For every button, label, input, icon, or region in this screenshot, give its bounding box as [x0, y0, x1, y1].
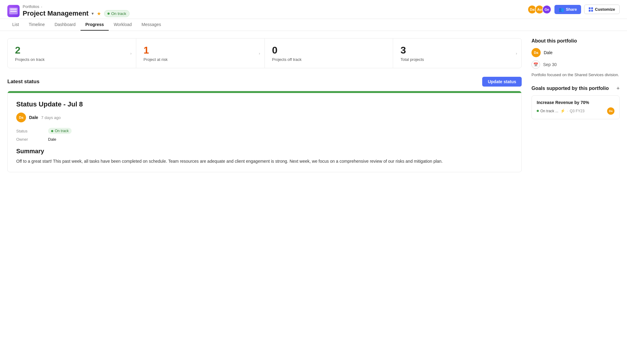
favorite-star-icon[interactable]: ★ [97, 11, 101, 17]
share-button[interactable]: 👥 Share [554, 5, 581, 14]
goal-owner-avatar: Da [607, 107, 614, 115]
add-goal-button[interactable]: + [616, 85, 620, 92]
stat-label-off-track: Projects off track [272, 57, 386, 62]
header-right: Da Au Ge 👥 Share Customize [528, 5, 620, 14]
status-badge-dot-icon [51, 130, 53, 132]
stat-number-at-risk: 1 [144, 45, 257, 56]
goal-status-dot-icon [537, 110, 539, 112]
breadcrumb: Portfolios › [23, 4, 42, 9]
avatar-ge[interactable]: Ge [542, 5, 551, 14]
stat-on-track[interactable]: 2 Projects on track › [8, 39, 136, 68]
collaborator-avatars: Da Au Ge [528, 5, 551, 14]
stat-number-on-track: 2 [15, 45, 129, 56]
tab-messages[interactable]: Messages [137, 19, 166, 31]
status-author-avatar: Da [16, 113, 26, 122]
calendar-icon: 📅 [531, 60, 540, 69]
title-chevron-icon[interactable]: ▾ [92, 11, 94, 16]
summary-text: Off to a great start! This past week, al… [16, 158, 513, 165]
goal-status: On track ... [537, 109, 558, 113]
portfolio-folder-icon [7, 5, 20, 17]
status-author-name: Dale [29, 115, 38, 120]
stat-number-total: 3 [400, 45, 514, 56]
about-portfolio-title: About this portfolio [531, 38, 620, 44]
page-title: Project Management [23, 9, 88, 17]
status-field-label: Status [16, 129, 41, 133]
goal-meta: On track ... ⚡ · Q3 FY23 Da [537, 107, 614, 115]
tab-timeline[interactable]: Timeline [24, 19, 50, 31]
latest-status-title: Latest status [7, 79, 39, 85]
status-card-body: Status Update - Jul 8 Da Dale 7 days ago… [8, 93, 521, 172]
status-badge: On track [104, 10, 130, 17]
tab-dashboard[interactable]: Dashboard [50, 19, 81, 31]
stat-label-total: Total projects [400, 57, 514, 62]
latest-status-header: Latest status Update status [7, 77, 522, 87]
breadcrumb-arrow: › [41, 5, 42, 9]
stat-at-risk[interactable]: 1 Project at risk › [136, 39, 265, 68]
main-left: 2 Projects on track › 1 Project at risk … [7, 38, 522, 172]
stat-number-off-track: 0 [272, 45, 386, 56]
nav-tabs: List Timeline Dashboard Progress Workloa… [0, 19, 627, 31]
tab-workload[interactable]: Workload [109, 19, 137, 31]
stats-row: 2 Projects on track › 1 Project at risk … [7, 38, 522, 68]
about-date: Sep 30 [543, 62, 557, 67]
sidebar-right: About this portfolio Da Dale 📅 Sep 30 Po… [522, 38, 620, 172]
about-owner-avatar: Da [531, 48, 541, 57]
folder-inner [9, 8, 18, 14]
goal-status-row: On track ... ⚡ · Q3 FY23 [537, 109, 584, 113]
status-update-title: Status Update - Jul 8 [16, 100, 513, 108]
stat-label-on-track: Projects on track [15, 57, 129, 62]
tab-progress[interactable]: Progress [81, 19, 109, 31]
stat-arrow-on-track-icon: › [130, 51, 131, 56]
main-content: 2 Projects on track › 1 Project at risk … [0, 31, 627, 172]
customize-grid-icon [589, 7, 593, 12]
title-row: Portfolios › Project Management ▾ ★ On t… [7, 4, 130, 17]
update-status-button[interactable]: Update status [482, 77, 522, 87]
stat-total[interactable]: 3 Total projects › [393, 39, 521, 68]
customize-button[interactable]: Customize [584, 5, 620, 14]
stat-label-at-risk: Project at risk [144, 57, 257, 62]
header-left: Portfolios › Project Management ▾ ★ On t… [7, 4, 130, 19]
status-card: Status Update - Jul 8 Da Dale 7 days ago… [7, 91, 522, 172]
status-field-value-badge: On track [48, 128, 72, 134]
owner-field-label: Owner [16, 137, 41, 142]
about-date-row: 📅 Sep 30 [531, 60, 620, 69]
goal-lightning-icon: ⚡ [560, 109, 565, 113]
owner-field-value: Dale [48, 137, 56, 142]
stat-arrow-total-icon: › [516, 51, 517, 56]
status-meta: Da Dale 7 days ago [16, 113, 513, 122]
goals-section-header: Goals supported by this portfolio + [531, 85, 620, 92]
status-dot-icon [107, 13, 110, 15]
about-owner-row: Da Dale [531, 48, 620, 57]
goals-title: Goals supported by this portfolio [531, 86, 609, 91]
about-description: Portfolio focused on the Shared Services… [531, 72, 620, 78]
status-fields: Status On track Owner Dale [16, 128, 513, 142]
goal-name: Increase Revenue by 70% [537, 100, 614, 105]
stat-off-track[interactable]: 0 Projects off track [265, 39, 393, 68]
about-owner-name: Dale [544, 50, 553, 55]
summary-title: Summary [16, 148, 513, 155]
goal-card[interactable]: Increase Revenue by 70% On track ... ⚡ ·… [531, 95, 620, 119]
share-people-icon: 👥 [559, 7, 564, 12]
goal-quarter: Q3 FY23 [570, 109, 584, 113]
stat-arrow-at-risk-icon: › [259, 51, 260, 56]
status-field-status: Status On track [16, 128, 513, 134]
status-field-owner: Owner Dale [16, 137, 513, 142]
tab-list[interactable]: List [7, 19, 24, 31]
status-time-ago: 7 days ago [41, 115, 61, 120]
header: Portfolios › Project Management ▾ ★ On t… [0, 0, 627, 19]
